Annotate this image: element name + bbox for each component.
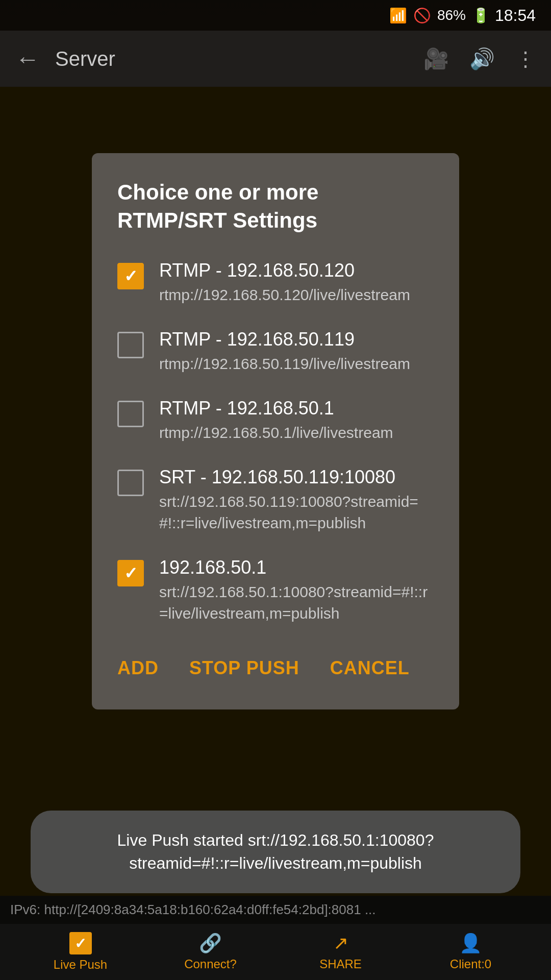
bottom-item-client[interactable]: 👤 Client:0 [406,933,536,971]
stop-push-button[interactable]: STOP PUSH [189,647,299,689]
app-bar-actions: 🎥 🔊 ⋮ [423,47,536,71]
list-item: SRT - 192.168.50.119:10080 srt://192.168… [117,467,434,534]
status-time: 18:54 [495,6,536,25]
status-bar: 📶 🚫 86% 🔋 18:54 [0,0,551,31]
live-push-checkbox[interactable]: ✓ [69,932,92,954]
item-5-title: 192.168.50.1 [159,557,434,578]
list-item: ✓ RTMP - 192.168.50.120 rtmp://192.168.5… [117,260,434,306]
checkbox-2[interactable] [117,332,144,358]
item-3-subtitle: rtmp://192.168.50.1/live/livestream [159,422,434,444]
ipv6-status-bar: IPv6: http://[2409:8a34:5a18:b160:62a4:d… [0,896,551,924]
connect-icon: 🔗 [199,933,222,954]
bottom-item-share[interactable]: ↗ SHARE [276,933,406,971]
item-4-title: SRT - 192.168.50.119:10080 [159,467,434,488]
share-label: SHARE [319,957,362,971]
share-icon: ↗ [333,933,348,954]
camera-icon[interactable]: 🎥 [423,47,449,71]
checkbox-4[interactable] [117,470,144,496]
checkmark-icon: ✓ [124,268,138,284]
item-4-text: SRT - 192.168.50.119:10080 srt://192.168… [159,467,434,534]
battery-icon: 🔋 [472,7,490,24]
wifi-icon: 📶 [389,7,407,24]
item-3-title: RTMP - 192.168.50.1 [159,398,434,419]
item-1-title: RTMP - 192.168.50.120 [159,260,434,281]
client-icon: 👤 [459,933,482,954]
list-item: RTMP - 192.168.50.119 rtmp://192.168.50.… [117,329,434,375]
status-icons: 📶 🚫 86% 🔋 [389,7,490,24]
bottom-navigation-bar: ✓ Live Push 🔗 Connect? ↗ SHARE 👤 Client:… [0,924,551,980]
checkbox-1[interactable]: ✓ [117,263,144,289]
client-label: Client:0 [450,957,491,971]
item-1-text: RTMP - 192.168.50.120 rtmp://192.168.50.… [159,260,434,306]
item-2-text: RTMP - 192.168.50.119 rtmp://192.168.50.… [159,329,434,375]
item-4-subtitle: srt://192.168.50.119:10080?streamid=#!::… [159,491,434,534]
audio-icon[interactable]: 🔊 [469,47,495,71]
rtmp-srt-dialog: Choice one or more RTMP/SRT Settings ✓ R… [92,153,459,709]
checkbox-5[interactable]: ✓ [117,560,144,586]
item-1-subtitle: rtmp://192.168.50.120/live/livestream [159,284,434,306]
cancel-button[interactable]: CANCEL [330,647,410,689]
item-5-subtitle: srt://192.168.50.1:10080?streamid=#!::r=… [159,581,434,624]
toast-text: Live Push started srt://192.168.50.1:100… [56,829,495,875]
list-item: RTMP - 192.168.50.1 rtmp://192.168.50.1/… [117,398,434,444]
battery-percent: 86% [437,7,466,23]
app-bar-title: Server [55,47,408,70]
bottom-item-connect[interactable]: 🔗 Connect? [145,933,276,971]
ipv6-text: IPv6: http://[2409:8a34:5a18:b160:62a4:d… [10,902,376,918]
live-push-label: Live Push [54,958,107,972]
add-button[interactable]: ADD [117,647,159,689]
item-3-text: RTMP - 192.168.50.1 rtmp://192.168.50.1/… [159,398,434,444]
item-2-subtitle: rtmp://192.168.50.119/live/livestream [159,353,434,375]
checkbox-3[interactable] [117,401,144,427]
connect-label: Connect? [184,957,237,971]
checkmark-icon: ✓ [124,565,138,581]
no-sim-icon: 🚫 [413,7,431,24]
list-item: ✓ 192.168.50.1 srt://192.168.50.1:10080?… [117,557,434,624]
item-2-title: RTMP - 192.168.50.119 [159,329,434,350]
toast-notification: Live Push started srt://192.168.50.1:100… [31,811,520,893]
dialog-actions: ADD STOP PUSH CANCEL [117,647,434,689]
item-5-text: 192.168.50.1 srt://192.168.50.1:10080?st… [159,557,434,624]
bottom-item-live-push[interactable]: ✓ Live Push [15,932,145,972]
more-options-icon[interactable]: ⋮ [515,47,536,70]
dialog-title: Choice one or more RTMP/SRT Settings [117,179,434,234]
app-bar: ← Server 🎥 🔊 ⋮ [0,31,551,87]
back-button[interactable]: ← [15,45,40,73]
